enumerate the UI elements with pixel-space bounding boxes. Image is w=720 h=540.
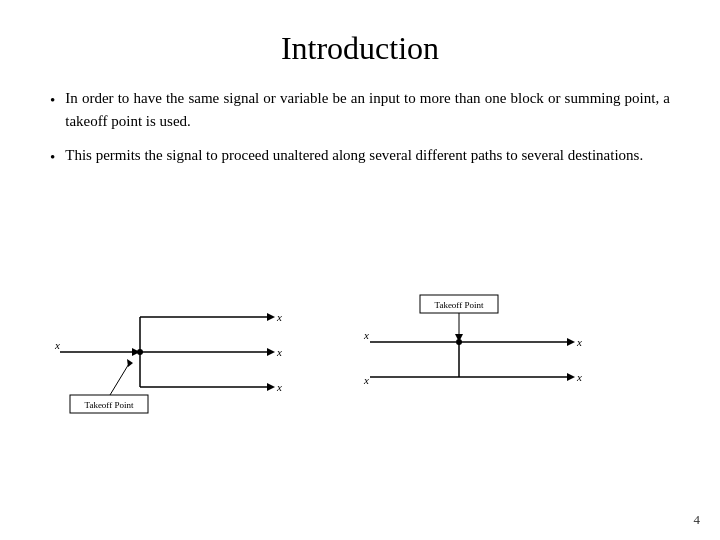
svg-marker-13	[127, 359, 133, 367]
slide-title: Introduction	[50, 20, 670, 67]
takeoff-label-left: Takeoff Point	[85, 400, 134, 410]
bullet-text-2: This permits the signal to proceed unalt…	[65, 144, 670, 167]
takeoff-label-right: Takeoff Point	[435, 300, 484, 310]
diagrams-area: x x x x	[50, 189, 670, 520]
slide: Introduction • In order to have the same…	[0, 0, 720, 540]
content-area: • In order to have the same signal or va…	[50, 87, 670, 520]
svg-marker-5	[267, 313, 275, 321]
svg-marker-20	[567, 338, 575, 346]
bullet-item-2: • This permits the signal to proceed una…	[50, 144, 670, 169]
label-x-top-left: x	[276, 311, 282, 323]
svg-marker-23	[567, 373, 575, 381]
label-x-out-right-top: x	[576, 336, 582, 348]
diagram-right-svg: Takeoff Point x x x	[360, 287, 590, 417]
label-x-out-right-bot: x	[576, 371, 582, 383]
diagram-right: Takeoff Point x x x	[360, 287, 590, 421]
diagram-left: x x x x	[50, 287, 320, 421]
page-number: 4	[694, 512, 701, 528]
bullet-text-1: In order to have the same signal or vari…	[65, 87, 670, 134]
label-x-bot-left: x	[276, 381, 282, 393]
label-x-mid-left: x	[276, 346, 282, 358]
label-x-input-right-bot: x	[363, 374, 369, 386]
bullet-dot-1: •	[50, 89, 55, 112]
label-x-input-left: x	[54, 339, 60, 351]
bullet-item-1: • In order to have the same signal or va…	[50, 87, 670, 134]
svg-line-12	[110, 362, 130, 395]
svg-marker-10	[267, 383, 275, 391]
label-x-input-right-top: x	[363, 329, 369, 341]
bullet-dot-2: •	[50, 146, 55, 169]
svg-marker-7	[267, 348, 275, 356]
diagram-left-svg: x x x x	[50, 287, 320, 417]
